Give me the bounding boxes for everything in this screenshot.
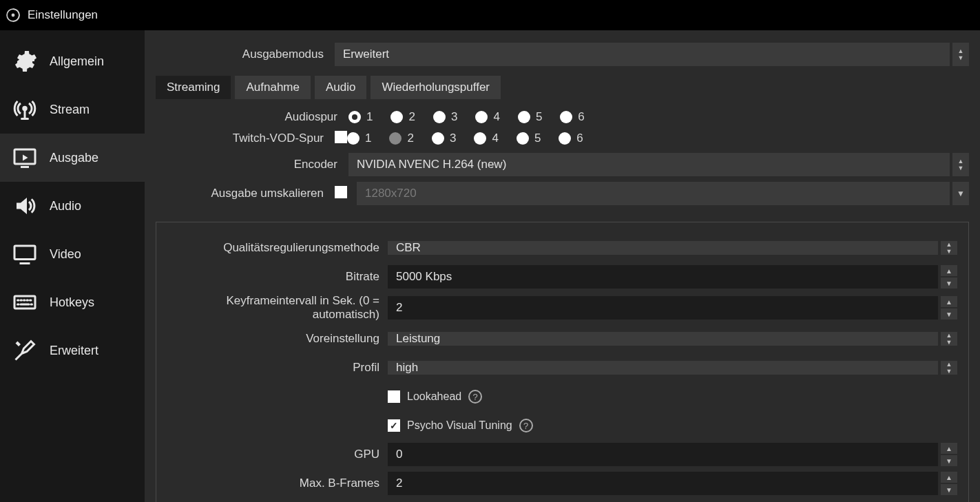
profile-select[interactable]: high — [388, 361, 938, 375]
encoder-select[interactable]: NVIDIA NVENC H.264 (new) — [348, 153, 950, 176]
sidebar-item-stream[interactable]: Stream — [0, 85, 145, 134]
bitrate-spinner[interactable]: ▲ ▼ — [941, 265, 957, 289]
audiotrack-radio-group: 1 2 3 4 5 6 — [348, 110, 585, 124]
preset-label: Voreinstellung — [167, 332, 388, 346]
svg-point-1 — [12, 14, 15, 17]
tools-icon — [11, 337, 39, 364]
audiotrack-radio-2[interactable]: 2 — [390, 110, 415, 124]
app-logo-icon — [6, 8, 21, 23]
chevron-down-icon: ▼ — [946, 249, 952, 254]
chevron-up-icon: ▲ — [946, 362, 952, 367]
rescale-label: Ausgabe umskalieren — [156, 187, 335, 200]
spinner-up-icon[interactable]: ▲ — [941, 443, 957, 454]
chevron-down-icon: ▼ — [957, 189, 965, 198]
sidebar-item-hotkeys[interactable]: Hotkeys — [0, 278, 145, 326]
chevron-down-icon: ▼ — [958, 165, 964, 171]
twitchvod-radio-6[interactable]: 6 — [559, 132, 583, 145]
help-icon[interactable]: ? — [519, 419, 533, 432]
keyframe-spinner[interactable]: ▲ ▼ — [941, 296, 957, 320]
chevron-up-icon: ▲ — [946, 242, 952, 247]
output-tabs: Streaming Aufnahme Audio Wiederholungspu… — [156, 76, 969, 99]
chevron-down-icon: ▼ — [946, 339, 952, 345]
audiotrack-radio-5[interactable]: 5 — [518, 110, 542, 124]
spinner-down-icon[interactable]: ▼ — [941, 278, 957, 289]
chevron-up-icon: ▲ — [958, 158, 964, 164]
rate-control-stepper[interactable]: ▲▼ — [941, 241, 957, 255]
encoder-label: Encoder — [156, 158, 348, 171]
chevron-up-icon: ▲ — [958, 48, 964, 54]
tab-audio[interactable]: Audio — [315, 76, 366, 99]
sidebar-item-general[interactable]: Allgemein — [0, 37, 145, 85]
twitchvod-radio-2[interactable]: 2 — [389, 132, 413, 145]
twitchvod-radio-group: 1 2 3 4 5 6 — [347, 132, 583, 145]
sidebar-item-advanced[interactable]: Erweitert — [0, 326, 145, 375]
audiotrack-label: Audiospur — [156, 110, 348, 124]
twitchvod-enable-checkbox[interactable] — [335, 131, 347, 143]
preset-select[interactable]: Leistung — [388, 332, 938, 346]
sidebar-item-label: Allgemein — [50, 54, 104, 69]
monitor-icon — [11, 240, 39, 268]
sidebar-item-label: Erweitert — [50, 344, 98, 358]
audiotrack-radio-3[interactable]: 3 — [433, 110, 457, 124]
sidebar-item-label: Video — [50, 247, 81, 262]
spinner-up-icon[interactable]: ▲ — [941, 472, 957, 483]
antenna-icon — [11, 96, 39, 123]
sidebar-item-audio[interactable]: Audio — [0, 182, 145, 230]
profile-label: Profil — [167, 361, 388, 375]
rescale-select[interactable]: 1280x720 — [357, 182, 950, 205]
twitchvod-radio-5[interactable]: 5 — [517, 132, 541, 145]
titlebar: Einstellungen — [0, 0, 980, 30]
chevron-down-icon: ▼ — [946, 368, 952, 374]
audiotrack-radio-4[interactable]: 4 — [475, 110, 499, 124]
chevron-down-icon: ▼ — [958, 55, 964, 61]
psycho-label: Psycho Visual Tuning — [407, 419, 512, 432]
gpu-input[interactable]: 0 — [388, 443, 938, 466]
twitchvod-radio-1[interactable]: 1 — [347, 132, 371, 145]
output-mode-stepper[interactable]: ▲ ▼ — [952, 43, 969, 66]
encoder-settings-group: Qualitätsregulierungsmethode CBR ▲▼ Bitr… — [156, 222, 969, 502]
profile-stepper[interactable]: ▲▼ — [941, 361, 957, 375]
tab-streaming[interactable]: Streaming — [156, 76, 231, 99]
rate-control-label: Qualitätsregulierungsmethode — [167, 241, 388, 255]
tab-recording[interactable]: Aufnahme — [235, 76, 311, 99]
spinner-up-icon[interactable]: ▲ — [941, 265, 957, 276]
rate-control-select[interactable]: CBR — [388, 241, 938, 255]
encoder-stepper[interactable]: ▲ ▼ — [952, 153, 969, 176]
window-title: Einstellungen — [28, 8, 98, 22]
sidebar-item-label: Audio — [50, 199, 81, 213]
audiotrack-radio-6[interactable]: 6 — [560, 110, 584, 124]
sidebar-item-label: Ausgabe — [50, 151, 98, 165]
output-mode-select[interactable]: Erweitert — [335, 43, 950, 66]
lookahead-checkbox[interactable] — [388, 390, 400, 403]
sidebar-item-video[interactable]: Video — [0, 230, 145, 278]
bframes-label: Max. B-Frames — [167, 477, 388, 490]
help-icon[interactable]: ? — [468, 390, 482, 404]
bframes-spinner[interactable]: ▲ ▼ — [941, 472, 957, 495]
preset-stepper[interactable]: ▲▼ — [941, 332, 957, 346]
output-icon — [11, 144, 39, 171]
sidebar-item-output[interactable]: Ausgabe — [0, 134, 145, 182]
spinner-down-icon[interactable]: ▼ — [941, 484, 957, 495]
keyboard-icon — [11, 289, 39, 316]
sidebar: Allgemein Stream Ausgabe Audio Video — [0, 30, 145, 502]
tab-replay-buffer[interactable]: Wiederholungspuffer — [371, 76, 501, 99]
keyframe-input[interactable]: 2 — [388, 296, 938, 320]
speaker-icon — [11, 192, 39, 220]
gpu-label: GPU — [167, 448, 388, 461]
spinner-up-icon[interactable]: ▲ — [941, 296, 957, 307]
spinner-down-icon[interactable]: ▼ — [941, 308, 957, 320]
bframes-input[interactable]: 2 — [388, 472, 938, 495]
bitrate-label: Bitrate — [167, 270, 388, 284]
gpu-spinner[interactable]: ▲ ▼ — [941, 443, 957, 466]
output-mode-label: Ausgabemodus — [156, 48, 335, 61]
spinner-down-icon[interactable]: ▼ — [941, 455, 957, 466]
twitchvod-radio-3[interactable]: 3 — [432, 132, 456, 145]
psycho-checkbox[interactable] — [388, 419, 400, 432]
twitchvod-radio-4[interactable]: 4 — [474, 132, 498, 145]
bitrate-input[interactable]: 5000 Kbps — [388, 265, 938, 289]
rescale-dropdown-button[interactable]: ▼ — [952, 182, 969, 205]
audiotrack-radio-1[interactable]: 1 — [348, 110, 373, 124]
sidebar-item-label: Hotkeys — [50, 295, 94, 310]
lookahead-label: Lookahead — [407, 390, 461, 403]
rescale-checkbox[interactable] — [335, 186, 347, 198]
